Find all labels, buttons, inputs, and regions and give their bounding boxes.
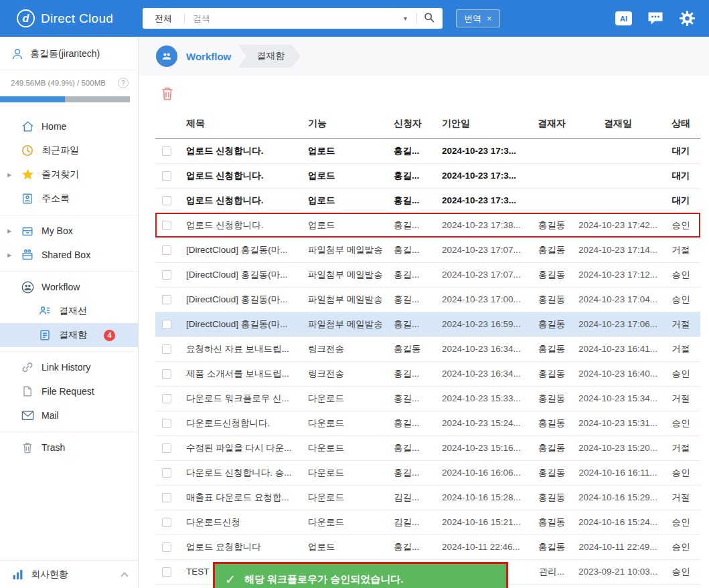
column-header[interactable]: 기안일 (438, 109, 529, 138)
search-button[interactable] (417, 12, 443, 25)
chat-icon[interactable] (647, 11, 663, 25)
settings-gear-icon[interactable] (679, 10, 696, 27)
cell-function: 다운로드 (304, 510, 390, 534)
table-row[interactable]: 업로드 신청합니다.업로드홍길...2024-10-23 17:3...대기 (155, 188, 700, 213)
row-checkbox[interactable] (162, 196, 171, 205)
column-header[interactable]: 신청자 (390, 109, 438, 138)
table-row[interactable]: 매출표 다운로드 요청합...다운로드김길...2024-10-16 15:28… (155, 485, 700, 510)
table-row[interactable]: 다운로드신청다운로드김길...2024-10-16 15:21...홍길동202… (155, 510, 700, 534)
table-row[interactable]: 업로드 신청합니다.업로드홍길...2024-10-23 17:3...대기 (155, 163, 700, 188)
row-checkbox[interactable] (162, 567, 171, 577)
topbar-icons: AI (615, 10, 709, 27)
delete-button[interactable] (160, 86, 175, 104)
table-row[interactable]: [DirectCloud] 홍길동(마...파일첨부 메일발송홍길...2024… (155, 312, 700, 336)
row-checkbox[interactable] (162, 419, 171, 428)
sidebar-item-favorites[interactable]: ▶ 즐겨찾기 (0, 163, 138, 187)
table-row[interactable]: 요청하신 자료 보내드립...링크전송홍길동2024-10-23 16:34..… (155, 336, 700, 361)
cell-title: [DirectCloud] 홍길동(마... (178, 312, 304, 336)
column-header[interactable]: 결재자 (529, 109, 574, 138)
row-checkbox[interactable] (162, 468, 171, 478)
cell-draft-date: 2024-10-16 16:06... (438, 460, 529, 485)
search-input[interactable] (185, 13, 394, 23)
table-row[interactable]: 업로드 요청합니다업로드홍길...2024-10-11 22:46...홍길동2… (155, 534, 700, 559)
cell-checkbox (155, 460, 178, 485)
row-checkbox[interactable] (162, 518, 171, 527)
row-checkbox[interactable] (162, 270, 171, 280)
table-row[interactable]: 제품 소개서를 보내드립...링크전송홍길...2024-10-23 16:34… (155, 361, 700, 386)
expand-arrow-icon[interactable]: ▶ (7, 172, 11, 178)
column-header[interactable]: 결재일 (574, 109, 661, 138)
sidebar-item-approval-box[interactable]: 결재함 4 (0, 323, 138, 347)
expand-arrow-icon[interactable]: ▶ (7, 252, 11, 258)
cell-status: 승인 (661, 460, 700, 485)
table-row[interactable]: 다운로드신청합니다.다운로드홍길...2024-10-23 15:24...홍길… (155, 411, 700, 435)
sidebar-item-workflow[interactable]: Workflow (0, 275, 138, 299)
directcloud-logo[interactable]: d Direct Cloud (0, 9, 139, 27)
sidebar-item-trash[interactable]: Trash (0, 435, 138, 460)
table-row[interactable]: 수정된 파일을 다시 다운...다운로드홍길...2024-10-23 15:1… (155, 435, 700, 460)
table-row[interactable]: [DirectCloud] 홍길동(마...파일첨부 메일발송홍길...2024… (155, 287, 700, 312)
row-checkbox[interactable] (162, 369, 171, 379)
column-header[interactable]: 상태 (661, 109, 700, 138)
cell-requester: 홍길... (390, 163, 438, 188)
sidebar-item-mail[interactable]: Mail (0, 403, 138, 427)
breadcrumb-root[interactable]: Workflow (186, 51, 231, 62)
ai-icon[interactable]: AI (615, 11, 632, 25)
cell-approver: 홍길동 (529, 386, 574, 411)
star-icon (21, 169, 34, 181)
workflow-badge-icon (156, 45, 177, 67)
chevron-up-icon[interactable] (121, 572, 128, 579)
table-row[interactable]: [DirectCloud] 홍길동(마...파일첨부 메일발송홍길...2024… (155, 262, 700, 287)
select-all-column (155, 109, 178, 138)
cell-status: 승인 (661, 534, 700, 559)
chevron-down-icon[interactable]: ▼ (394, 15, 416, 22)
logo-text: Direct Cloud (41, 11, 113, 26)
row-checkbox[interactable] (162, 171, 171, 181)
sidebar-item-file-request[interactable]: File Request (0, 379, 138, 403)
table-row[interactable]: [DirectCloud] 홍길동(마...파일첨부 메일발송홍길...2024… (155, 237, 700, 262)
sidebar-item-label: Home (42, 121, 66, 132)
row-checkbox[interactable] (162, 493, 171, 502)
toast-message: 해당 워크플로우가 승인되었습니다. (244, 573, 404, 586)
sidebar-item-link-history[interactable]: Link History (0, 355, 138, 379)
sidebar-item-shared-box[interactable]: ▶ Shared Box (0, 243, 138, 267)
sidebar-item-label: 즐겨찾기 (42, 169, 79, 181)
row-checkbox[interactable] (162, 543, 171, 552)
row-checkbox[interactable] (162, 394, 171, 403)
table-row[interactable]: 다운로드 워크플로우 신...다운로드홍길...2024-10-23 15:33… (155, 386, 700, 411)
translate-chip[interactable]: 번역 × (456, 9, 500, 27)
row-checkbox[interactable] (162, 444, 171, 453)
table-row[interactable]: 업로드 신청합니다.업로드홍길...2024-10-23 17:3...대기 (155, 138, 700, 163)
row-checkbox[interactable] (162, 146, 171, 156)
table-row[interactable]: 업로드 신청합니다.업로드홍길...2024-10-23 17:38...홍길동… (155, 213, 700, 237)
sidebar-item-recent-files[interactable]: 최근파일 (0, 138, 138, 163)
user-profile[interactable]: 홍길동(jirantech) (0, 37, 138, 70)
expand-arrow-icon[interactable]: ▶ (7, 228, 11, 234)
cell-title: 다운로드 신청합니다. 승... (178, 460, 304, 485)
help-icon[interactable]: ? (118, 78, 129, 88)
cell-checkbox (155, 435, 178, 460)
row-checkbox[interactable] (162, 320, 171, 329)
column-header[interactable]: 기능 (304, 109, 390, 138)
company-status[interactable]: 회사현황 (0, 560, 138, 588)
row-checkbox[interactable] (162, 246, 171, 255)
my-box-icon (21, 225, 34, 237)
cell-draft-date: 2024-10-23 15:24... (438, 411, 529, 435)
cell-draft-date: 2024-10-23 16:59... (438, 312, 529, 336)
sidebar-item-approval-line[interactable]: 결재선 (0, 299, 138, 323)
row-checkbox[interactable] (162, 345, 171, 354)
cell-checkbox (155, 534, 178, 559)
cell-approval-date: 2023-09-21 10:03... (574, 559, 661, 584)
cell-title: 제품 소개서를 보내드립... (178, 361, 304, 386)
sidebar-item-home[interactable]: Home (0, 114, 138, 138)
sidebar-item-my-box[interactable]: ▶ My Box (0, 219, 138, 243)
row-checkbox[interactable] (162, 221, 171, 230)
storage-progress-fill (0, 96, 65, 102)
cell-approval-date: 2024-10-23 17:12... (574, 262, 661, 287)
column-header[interactable]: 제목 (178, 109, 304, 138)
table-row[interactable]: 다운로드 신청합니다. 승...다운로드홍길...2024-10-16 16:0… (155, 460, 700, 485)
sidebar-item-address-book[interactable]: 주소록 (0, 187, 138, 211)
close-icon[interactable]: × (487, 13, 492, 23)
row-checkbox[interactable] (162, 295, 171, 304)
search-scope-dropdown[interactable]: 전체 (143, 13, 184, 25)
